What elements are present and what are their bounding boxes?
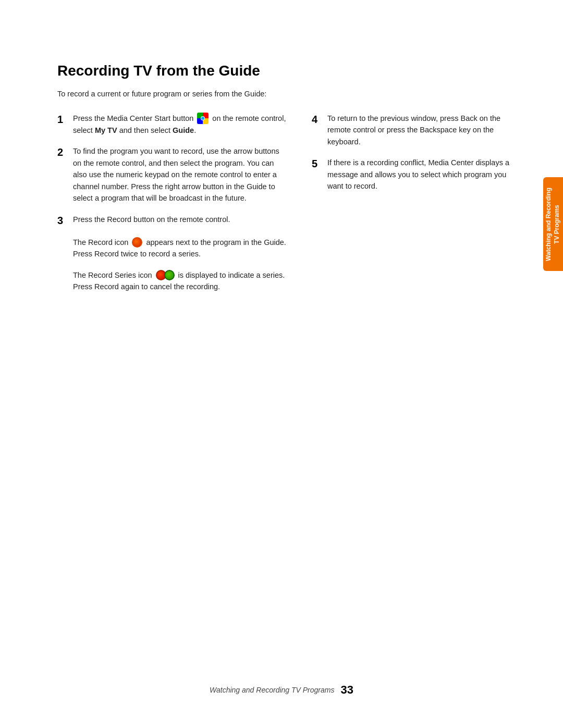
page-footer: Watching and Recording TV Programs 33 bbox=[0, 683, 563, 697]
side-tab: Watching and Recording TV Programs bbox=[543, 177, 563, 271]
step-5-number: 5 bbox=[312, 157, 323, 170]
page-container: Recording TV from the Guide To record a … bbox=[0, 0, 563, 728]
step-3: 3 Press the Record button on the remote … bbox=[57, 214, 287, 227]
footer-label: Watching and Recording TV Programs bbox=[210, 686, 334, 694]
note-record-series-icon: The Record Series icon is displayed to i… bbox=[73, 269, 287, 293]
record-series-icon bbox=[156, 270, 175, 280]
record-icon bbox=[132, 237, 142, 248]
step-5-text: If there is a recording conflict, Media … bbox=[327, 157, 521, 192]
step-4-number: 4 bbox=[312, 113, 323, 126]
intro-text: To record a current or future program or… bbox=[57, 89, 287, 100]
step-1-text: Press the Media Center Start button on t… bbox=[73, 113, 287, 137]
step-1: 1 Press the Media Center Start button bbox=[57, 113, 287, 137]
record-series-dot2 bbox=[164, 270, 175, 280]
note2-text-before: The Record Series icon bbox=[73, 271, 154, 279]
side-tab-text: Watching and Recording TV Programs bbox=[545, 188, 561, 261]
note-record-series-icon-text: The Record Series icon is displayed to i… bbox=[73, 269, 287, 293]
step-4: 4 To return to the previous window, pres… bbox=[312, 113, 521, 147]
media-center-start-icon bbox=[197, 113, 209, 124]
step-5: 5 If there is a recording conflict, Medi… bbox=[312, 157, 521, 192]
right-column: 4 To return to the previous window, pres… bbox=[312, 113, 521, 302]
step-3-number: 3 bbox=[57, 214, 69, 227]
note-record-icon: The Record icon appears next to the prog… bbox=[73, 237, 287, 260]
step-3-text: Press the Record button on the remote co… bbox=[73, 214, 230, 225]
note1-text-before: The Record icon bbox=[73, 238, 130, 246]
step-2-number: 2 bbox=[57, 145, 69, 159]
left-column: 1 Press the Media Center Start button bbox=[57, 113, 287, 302]
footer-page-number: 33 bbox=[340, 683, 353, 697]
content-columns: 1 Press the Media Center Start button bbox=[57, 113, 521, 302]
page-title: Recording TV from the Guide bbox=[57, 63, 521, 79]
svg-point-5 bbox=[201, 117, 204, 120]
note-record-icon-text: The Record icon appears next to the prog… bbox=[73, 237, 287, 260]
step-1-number: 1 bbox=[57, 113, 69, 126]
step-2-text: To find the program you want to record, … bbox=[73, 145, 287, 204]
step-4-text: To return to the previous window, press … bbox=[327, 113, 521, 147]
step-2: 2 To find the program you want to record… bbox=[57, 145, 287, 204]
